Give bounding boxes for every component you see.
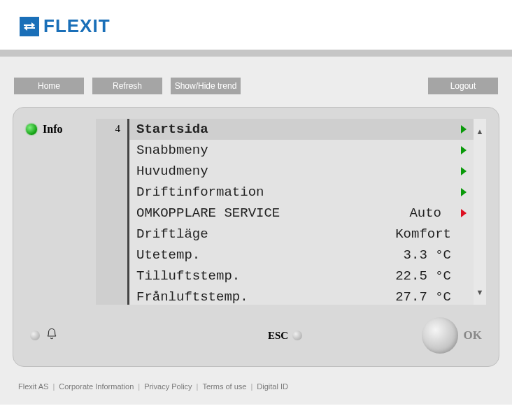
menu-row-label: Frånluftstemp.: [136, 289, 395, 305]
panel-bottom: ESC OK: [26, 305, 486, 356]
menu-row-value: 22.5 °C: [395, 268, 467, 284]
menu-row-label: Driftinformation: [136, 184, 457, 200]
footer-link[interactable]: Privacy Policy: [144, 382, 192, 391]
menu-row-value: Auto: [409, 205, 457, 221]
chevron-right-icon: [461, 188, 467, 196]
refresh-button[interactable]: Refresh: [92, 78, 162, 94]
main-area: Home Refresh Show/Hide trend Logout Info…: [0, 57, 512, 405]
scroll-up-icon[interactable]: ▲: [476, 127, 484, 136]
menu-row-label: Driftläge: [136, 226, 395, 242]
menu-row-label: Huvudmeny: [136, 164, 457, 179]
indicator-led-icon: [30, 331, 40, 340]
chevron-right-icon: [461, 146, 467, 154]
divider-band: [0, 50, 512, 57]
footer-separator: |: [138, 382, 140, 391]
toolbar: Home Refresh Show/Hide trend Logout: [13, 78, 499, 94]
info-label: Info: [43, 123, 62, 136]
menu-header-row[interactable]: Startsida: [129, 119, 474, 140]
bell-icon[interactable]: [45, 328, 58, 344]
footer: Flexit AS|Corporate Information|Privacy …: [13, 367, 499, 391]
ok-label: OK: [464, 328, 482, 342]
footer-separator: |: [197, 382, 199, 391]
menu-row-label: OMKOPPLARE SERVICE: [136, 205, 409, 221]
logo: FLEXIT: [20, 15, 492, 37]
page-number-column: 4: [96, 119, 129, 305]
menu-row[interactable]: Tilluftstemp.22.5 °C: [129, 266, 474, 287]
menu-row[interactable]: Snabbmeny: [129, 140, 474, 161]
menu-row[interactable]: OMKOPPLARE SERVICEAuto: [129, 203, 474, 224]
device-panel: Info 4 Startsida SnabbmenyHuvudmenyDrift…: [13, 107, 499, 367]
home-button[interactable]: Home: [14, 78, 84, 94]
page-number: 4: [115, 123, 121, 134]
menu-row[interactable]: Frånluftstemp.27.7 °C: [129, 287, 474, 307]
rotary-knob[interactable]: [422, 317, 458, 354]
menu-row-label: Tilluftstemp.: [136, 268, 395, 284]
chevron-right-icon: [461, 209, 467, 217]
esc-button[interactable]: [292, 331, 302, 340]
menu-row[interactable]: Driftinformation: [129, 182, 474, 203]
esc-label: ESC: [268, 330, 288, 342]
menu-row[interactable]: Huvudmeny: [129, 161, 474, 182]
logo-text: FLEXIT: [43, 15, 111, 37]
menu-list: Startsida SnabbmenyHuvudmenyDriftinforma…: [129, 119, 474, 305]
menu-row-label: Utetemp.: [136, 247, 404, 263]
info-column: Info: [26, 119, 96, 136]
panel-top: Info 4 Startsida SnabbmenyHuvudmenyDrift…: [26, 119, 486, 305]
menu-row-value: Komfort: [395, 226, 467, 242]
logout-button[interactable]: Logout: [428, 78, 498, 94]
menu-row-value: 27.7 °C: [395, 289, 467, 305]
footer-link[interactable]: Flexit AS: [18, 382, 48, 391]
chevron-right-icon: [461, 167, 467, 175]
menu-row[interactable]: DriftlägeKomfort: [129, 224, 474, 245]
menu-header-label: Startsida: [136, 122, 457, 137]
scroll-down-icon[interactable]: ▼: [476, 288, 484, 296]
ok-group: OK: [422, 317, 482, 354]
footer-link[interactable]: Terms of use: [202, 382, 246, 391]
esc-group: ESC: [268, 330, 308, 342]
menu-row-value: 3.3 °C: [404, 247, 467, 263]
scrollbar[interactable]: ▲ ▼: [474, 119, 486, 305]
footer-separator: |: [250, 382, 253, 391]
footer-link[interactable]: Digital ID: [257, 382, 288, 391]
footer-link[interactable]: Corporate Information: [59, 382, 134, 391]
footer-separator: |: [52, 382, 55, 391]
showhide-trend-button[interactable]: Show/Hide trend: [171, 78, 241, 94]
menu-row[interactable]: Utetemp.3.3 °C: [129, 245, 474, 266]
menu-row-label: Snabbmeny: [136, 143, 457, 158]
status-led-icon: [26, 124, 37, 135]
chevron-right-icon: [461, 125, 467, 133]
header: FLEXIT: [0, 0, 512, 50]
logo-icon: [20, 17, 39, 36]
